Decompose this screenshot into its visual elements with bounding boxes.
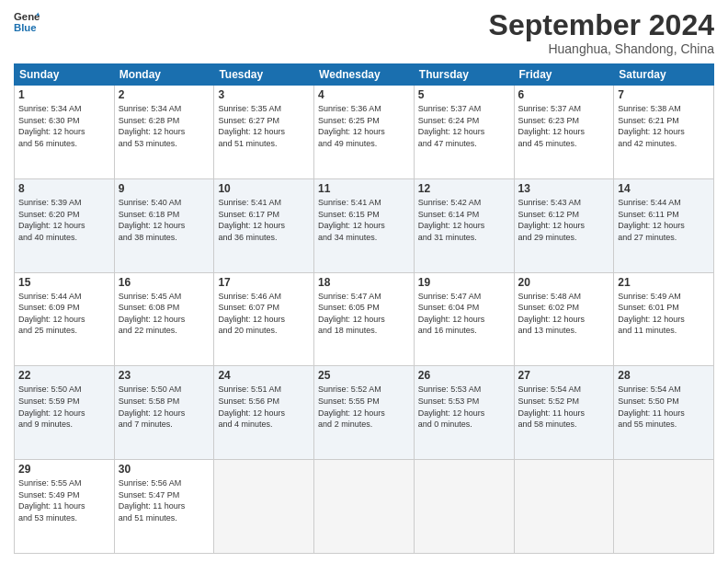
svg-text:Blue: Blue [14, 22, 37, 33]
day-number: 25 [318, 369, 410, 382]
table-row: 20Sunrise: 5:48 AM Sunset: 6:02 PM Dayli… [514, 272, 614, 366]
month-title: September 2024 [489, 9, 714, 41]
day-number: 24 [218, 369, 310, 382]
day-info: Sunrise: 5:45 AM Sunset: 6:08 PM Dayligh… [119, 291, 210, 337]
day-info: Sunrise: 5:34 AM Sunset: 6:28 PM Dayligh… [119, 103, 210, 149]
table-row: 18Sunrise: 5:47 AM Sunset: 6:05 PM Dayli… [314, 272, 415, 366]
table-row [514, 460, 614, 554]
day-number: 22 [18, 369, 110, 382]
day-info: Sunrise: 5:47 AM Sunset: 6:05 PM Dayligh… [318, 291, 410, 337]
day-info: Sunrise: 5:40 AM Sunset: 6:18 PM Dayligh… [119, 197, 210, 243]
calendar-week-row: 15Sunrise: 5:44 AM Sunset: 6:09 PM Dayli… [15, 272, 714, 366]
table-row: 17Sunrise: 5:46 AM Sunset: 6:07 PM Dayli… [214, 272, 314, 366]
day-number: 6 [518, 88, 610, 101]
day-info: Sunrise: 5:39 AM Sunset: 6:20 PM Dayligh… [18, 197, 110, 243]
day-info: Sunrise: 5:47 AM Sunset: 6:04 PM Dayligh… [418, 291, 510, 337]
day-number: 2 [119, 88, 210, 101]
logo: General Blue [14, 9, 40, 35]
calendar-week-row: 22Sunrise: 5:50 AM Sunset: 5:59 PM Dayli… [15, 366, 714, 460]
table-row: 6Sunrise: 5:37 AM Sunset: 6:23 PM Daylig… [514, 86, 614, 179]
day-info: Sunrise: 5:43 AM Sunset: 6:12 PM Dayligh… [518, 197, 610, 243]
day-info: Sunrise: 5:49 AM Sunset: 6:01 PM Dayligh… [618, 291, 710, 337]
day-info: Sunrise: 5:50 AM Sunset: 5:58 PM Dayligh… [119, 384, 210, 430]
day-number: 28 [618, 369, 710, 382]
day-number: 15 [18, 276, 110, 289]
day-info: Sunrise: 5:54 AM Sunset: 5:52 PM Dayligh… [518, 384, 610, 430]
day-number: 29 [18, 463, 110, 476]
table-row: 9Sunrise: 5:40 AM Sunset: 6:18 PM Daylig… [114, 178, 214, 272]
col-friday: Friday [514, 64, 614, 86]
table-row: 1Sunrise: 5:34 AM Sunset: 6:30 PM Daylig… [15, 86, 115, 179]
table-row: 10Sunrise: 5:41 AM Sunset: 6:17 PM Dayli… [214, 178, 314, 272]
day-number: 7 [618, 88, 710, 101]
day-number: 8 [18, 182, 110, 195]
day-number: 16 [119, 276, 210, 289]
table-row [614, 460, 714, 554]
col-monday: Monday [114, 64, 214, 86]
table-row: 8Sunrise: 5:39 AM Sunset: 6:20 PM Daylig… [15, 178, 115, 272]
day-number: 26 [418, 369, 510, 382]
title-area: September 2024 Huanghua, Shandong, China [489, 9, 714, 56]
col-saturday: Saturday [614, 64, 714, 86]
logo-icon: General Blue [14, 9, 40, 35]
day-info: Sunrise: 5:37 AM Sunset: 6:24 PM Dayligh… [418, 103, 510, 149]
table-row [214, 460, 314, 554]
day-number: 17 [218, 276, 310, 289]
day-info: Sunrise: 5:50 AM Sunset: 5:59 PM Dayligh… [18, 384, 110, 430]
table-row: 7Sunrise: 5:38 AM Sunset: 6:21 PM Daylig… [614, 86, 714, 179]
table-row: 13Sunrise: 5:43 AM Sunset: 6:12 PM Dayli… [514, 178, 614, 272]
table-row: 21Sunrise: 5:49 AM Sunset: 6:01 PM Dayli… [614, 272, 714, 366]
day-number: 13 [518, 182, 610, 195]
table-row: 11Sunrise: 5:41 AM Sunset: 6:15 PM Dayli… [314, 178, 415, 272]
day-info: Sunrise: 5:44 AM Sunset: 6:11 PM Dayligh… [618, 197, 710, 243]
day-number: 14 [618, 182, 710, 195]
calendar-week-row: 29Sunrise: 5:55 AM Sunset: 5:49 PM Dayli… [15, 460, 714, 554]
table-row: 22Sunrise: 5:50 AM Sunset: 5:59 PM Dayli… [15, 366, 115, 460]
table-row: 19Sunrise: 5:47 AM Sunset: 6:04 PM Dayli… [414, 272, 514, 366]
calendar-header-row: Sunday Monday Tuesday Wednesday Thursday… [15, 64, 714, 86]
table-row: 16Sunrise: 5:45 AM Sunset: 6:08 PM Dayli… [114, 272, 214, 366]
day-info: Sunrise: 5:35 AM Sunset: 6:27 PM Dayligh… [218, 103, 310, 149]
header: General Blue September 2024 Huanghua, Sh… [14, 9, 714, 56]
day-info: Sunrise: 5:38 AM Sunset: 6:21 PM Dayligh… [618, 103, 710, 149]
table-row: 24Sunrise: 5:51 AM Sunset: 5:56 PM Dayli… [214, 366, 314, 460]
table-row: 5Sunrise: 5:37 AM Sunset: 6:24 PM Daylig… [414, 86, 514, 179]
day-info: Sunrise: 5:44 AM Sunset: 6:09 PM Dayligh… [18, 291, 110, 337]
day-number: 1 [18, 88, 110, 101]
table-row: 27Sunrise: 5:54 AM Sunset: 5:52 PM Dayli… [514, 366, 614, 460]
day-info: Sunrise: 5:42 AM Sunset: 6:14 PM Dayligh… [418, 197, 510, 243]
day-number: 18 [318, 276, 410, 289]
day-info: Sunrise: 5:52 AM Sunset: 5:55 PM Dayligh… [318, 384, 410, 430]
day-number: 11 [318, 182, 410, 195]
table-row [314, 460, 415, 554]
svg-text:General: General [14, 11, 40, 22]
day-info: Sunrise: 5:48 AM Sunset: 6:02 PM Dayligh… [518, 291, 610, 337]
table-row: 15Sunrise: 5:44 AM Sunset: 6:09 PM Dayli… [15, 272, 115, 366]
col-tuesday: Tuesday [214, 64, 314, 86]
day-info: Sunrise: 5:46 AM Sunset: 6:07 PM Dayligh… [218, 291, 310, 337]
col-wednesday: Wednesday [314, 64, 415, 86]
day-number: 12 [418, 182, 510, 195]
table-row: 2Sunrise: 5:34 AM Sunset: 6:28 PM Daylig… [114, 86, 214, 179]
table-row: 30Sunrise: 5:56 AM Sunset: 5:47 PM Dayli… [114, 460, 214, 554]
day-number: 30 [119, 463, 210, 476]
day-info: Sunrise: 5:55 AM Sunset: 5:49 PM Dayligh… [18, 477, 110, 523]
table-row: 28Sunrise: 5:54 AM Sunset: 5:50 PM Dayli… [614, 366, 714, 460]
day-info: Sunrise: 5:37 AM Sunset: 6:23 PM Dayligh… [518, 103, 610, 149]
day-info: Sunrise: 5:34 AM Sunset: 6:30 PM Dayligh… [18, 103, 110, 149]
day-info: Sunrise: 5:41 AM Sunset: 6:15 PM Dayligh… [318, 197, 410, 243]
table-row: 29Sunrise: 5:55 AM Sunset: 5:49 PM Dayli… [15, 460, 115, 554]
table-row: 26Sunrise: 5:53 AM Sunset: 5:53 PM Dayli… [414, 366, 514, 460]
day-info: Sunrise: 5:51 AM Sunset: 5:56 PM Dayligh… [218, 384, 310, 430]
day-number: 23 [119, 369, 210, 382]
col-thursday: Thursday [414, 64, 514, 86]
table-row: 14Sunrise: 5:44 AM Sunset: 6:11 PM Dayli… [614, 178, 714, 272]
calendar-week-row: 1Sunrise: 5:34 AM Sunset: 6:30 PM Daylig… [15, 86, 714, 179]
day-number: 27 [518, 369, 610, 382]
table-row: 12Sunrise: 5:42 AM Sunset: 6:14 PM Dayli… [414, 178, 514, 272]
page: General Blue September 2024 Huanghua, Sh… [0, 0, 728, 563]
day-number: 21 [618, 276, 710, 289]
day-number: 19 [418, 276, 510, 289]
day-info: Sunrise: 5:56 AM Sunset: 5:47 PM Dayligh… [119, 477, 210, 523]
day-number: 20 [518, 276, 610, 289]
